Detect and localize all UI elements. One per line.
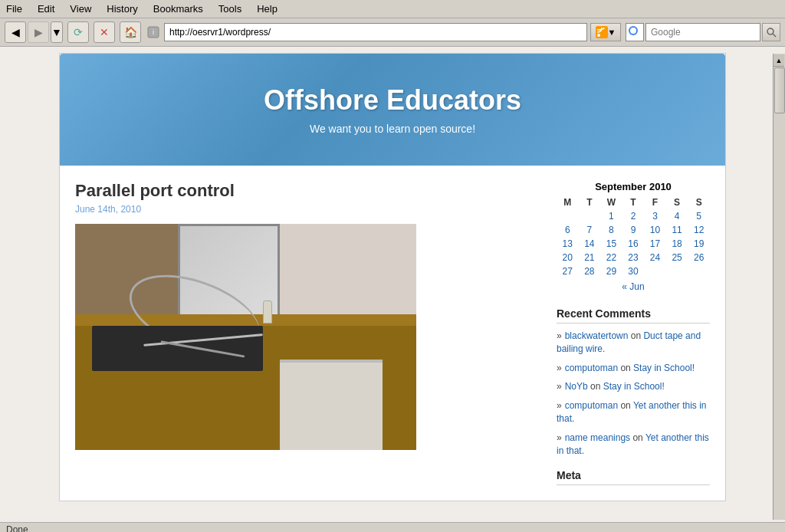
- menu-help[interactable]: Help: [254, 2, 281, 16]
- comment-user-link[interactable]: NoYb: [565, 381, 588, 392]
- cal-day-link[interactable]: 12: [694, 225, 704, 235]
- cal-day-link[interactable]: 1: [609, 211, 614, 222]
- comment-item: NoYb on Stay in School!: [557, 380, 710, 393]
- cal-day-link[interactable]: 30: [628, 266, 638, 277]
- prev-month-link[interactable]: « Jun: [622, 281, 644, 292]
- stop-button[interactable]: ✕: [94, 21, 115, 43]
- cal-day-link[interactable]: 18: [672, 238, 682, 249]
- status-text: Done: [6, 524, 28, 532]
- cal-day-link[interactable]: 28: [584, 266, 594, 277]
- cal-day[interactable]: 12: [688, 223, 710, 237]
- cal-day-link[interactable]: 5: [696, 211, 701, 222]
- cal-day-link[interactable]: 13: [563, 238, 573, 249]
- reload-button[interactable]: ⟳: [67, 21, 89, 43]
- cal-day-link[interactable]: 10: [650, 225, 660, 235]
- cal-day[interactable]: 18: [666, 237, 688, 251]
- cal-day-link[interactable]: 6: [565, 225, 570, 235]
- back-button[interactable]: ◀: [5, 21, 26, 43]
- comment-item: blackwatertown on Duct tape and bailing …: [557, 330, 710, 356]
- cal-day[interactable]: 22: [600, 251, 622, 264]
- main-content: Parallel port control June 14th, 2010: [60, 166, 725, 501]
- cal-day[interactable]: 26: [688, 251, 710, 264]
- cal-day[interactable]: 2: [622, 209, 645, 223]
- cal-day-link[interactable]: 7: [587, 225, 593, 235]
- site-title: Offshore Educators: [75, 84, 710, 117]
- cal-day-link[interactable]: 23: [628, 252, 638, 263]
- cal-day[interactable]: 11: [666, 223, 688, 237]
- cal-day[interactable]: 21: [579, 251, 601, 264]
- menu-bookmarks[interactable]: Bookmarks: [150, 2, 206, 16]
- recent-comments-widget: Recent Comments blackwatertown on Duct t…: [557, 307, 710, 457]
- cal-day[interactable]: 6: [557, 223, 579, 237]
- cal-day[interactable]: 23: [622, 251, 645, 264]
- scrollbar-thumb[interactable]: [774, 67, 785, 113]
- cal-day-link[interactable]: 26: [694, 252, 704, 263]
- cal-day-link[interactable]: 2: [631, 211, 636, 222]
- cal-day[interactable]: 25: [666, 251, 688, 264]
- cal-day[interactable]: 30: [622, 264, 645, 278]
- comment-user-link[interactable]: computoman: [565, 363, 618, 373]
- cal-day-link[interactable]: 20: [563, 252, 573, 263]
- menu-history[interactable]: History: [103, 2, 140, 16]
- cal-day[interactable]: 5: [688, 209, 710, 223]
- cal-day-link[interactable]: 17: [650, 238, 660, 249]
- comment-user-link[interactable]: name meanings: [565, 432, 630, 443]
- menu-tools[interactable]: Tools: [215, 2, 245, 16]
- forward-button[interactable]: ▶: [28, 21, 49, 43]
- dropdown-button[interactable]: ▼: [51, 21, 63, 43]
- cal-day[interactable]: 24: [644, 251, 666, 264]
- cal-day-link[interactable]: 19: [694, 238, 704, 249]
- cal-day[interactable]: 10: [644, 223, 666, 237]
- calendar-title: September 2010: [557, 181, 710, 192]
- cal-day[interactable]: 13: [557, 237, 579, 251]
- cal-day[interactable]: 16: [622, 237, 645, 251]
- cal-day-link[interactable]: 8: [609, 225, 614, 235]
- feed-button[interactable]: ▼: [590, 23, 621, 41]
- cal-day[interactable]: 20: [557, 251, 579, 264]
- comment-post-link[interactable]: Stay in School!: [633, 363, 695, 373]
- cal-day: [557, 209, 579, 223]
- cal-day[interactable]: 28: [579, 264, 601, 278]
- cal-day-link[interactable]: 9: [631, 225, 636, 235]
- cal-day[interactable]: 3: [644, 209, 666, 223]
- cal-day[interactable]: 8: [600, 223, 622, 237]
- cal-day[interactable]: 19: [688, 237, 710, 251]
- cal-day-link[interactable]: 27: [563, 266, 573, 277]
- home-button[interactable]: 🏠: [120, 21, 141, 43]
- scrollbar-track[interactable]: ▲: [773, 54, 785, 520]
- search-input[interactable]: [645, 23, 760, 41]
- comment-user-link[interactable]: blackwatertown: [565, 330, 629, 341]
- cal-day-link[interactable]: 24: [650, 252, 660, 263]
- cal-day[interactable]: 17: [644, 237, 666, 251]
- cal-day-link[interactable]: 14: [584, 238, 594, 249]
- svg-point-6: [767, 28, 774, 34]
- cal-day[interactable]: 27: [557, 264, 579, 278]
- cal-day[interactable]: 1: [600, 209, 622, 223]
- menu-edit[interactable]: Edit: [34, 2, 57, 16]
- comment-user-link[interactable]: computoman: [565, 400, 618, 411]
- cal-day[interactable]: 15: [600, 237, 622, 251]
- cal-day-link[interactable]: 11: [672, 225, 682, 235]
- menu-view[interactable]: View: [67, 2, 94, 16]
- cal-day[interactable]: 29: [600, 264, 622, 278]
- recent-comments-title: Recent Comments: [557, 307, 710, 323]
- calendar-table: M T W T F S S 12345678910111213: [557, 195, 710, 278]
- cal-day-link[interactable]: 21: [584, 252, 594, 263]
- cal-day[interactable]: 9: [622, 223, 645, 237]
- cal-day[interactable]: 14: [579, 237, 601, 251]
- cal-day-link[interactable]: 29: [606, 266, 616, 277]
- status-bar: Done: [0, 522, 785, 532]
- cal-day-link[interactable]: 25: [672, 252, 682, 263]
- cal-day-link[interactable]: 22: [606, 252, 616, 263]
- menu-file[interactable]: File: [3, 2, 25, 16]
- cal-day-link[interactable]: 4: [675, 211, 680, 222]
- cal-day-link[interactable]: 15: [606, 238, 616, 249]
- address-input[interactable]: [164, 23, 587, 41]
- cal-day-link[interactable]: 3: [652, 211, 658, 222]
- cal-day[interactable]: 7: [579, 223, 601, 237]
- search-button[interactable]: [762, 23, 780, 41]
- cal-day-link[interactable]: 16: [628, 238, 638, 249]
- cal-day: [666, 264, 688, 278]
- cal-day[interactable]: 4: [666, 209, 688, 223]
- comment-post-link[interactable]: Stay in School!: [603, 381, 665, 392]
